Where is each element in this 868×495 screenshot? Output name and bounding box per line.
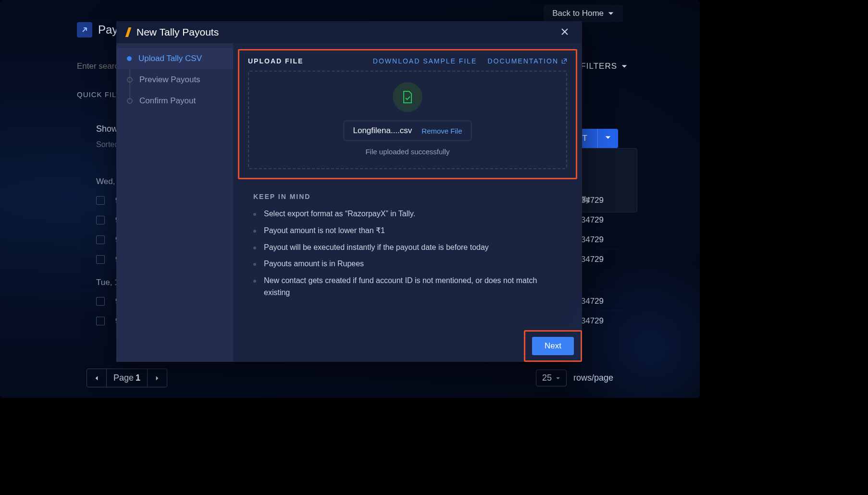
documentation-link[interactable]: DOCUMENTATION [487, 57, 567, 65]
row-checkbox[interactable] [96, 297, 105, 306]
row-checkbox[interactable] [96, 216, 105, 224]
keep-in-mind-list: Select export format as “RazorpayX” in T… [253, 208, 562, 299]
upload-panel-top: UPLOAD FILE DOWNLOAD SAMPLE FILE DOCUMEN… [248, 57, 567, 65]
brand-slash-icon [125, 27, 131, 37]
uploaded-filename: Longfilena....csv [353, 126, 412, 136]
pager-page-label: Page [113, 373, 134, 383]
payout-button-caret[interactable] [597, 129, 618, 148]
kim-item: New contact gets created if fund account… [253, 275, 562, 299]
pager-segment: Page 1 [87, 369, 167, 387]
step-preview-payouts[interactable]: Preview Payouts [116, 69, 233, 90]
documentation-label: DOCUMENTATION [487, 57, 558, 65]
uploaded-file-pill: Longfilena....csv Remove File [344, 121, 471, 141]
step-dot-icon [127, 56, 132, 61]
tab-payouts-icon [77, 22, 92, 37]
pager-next[interactable] [148, 369, 167, 387]
back-to-home-label: Back to Home [552, 9, 604, 18]
results-showing: Show [96, 124, 118, 134]
topbar: Back to Home [544, 5, 623, 22]
pager-prev[interactable] [87, 369, 107, 387]
step-dot-icon [127, 77, 133, 83]
filters-button[interactable]: FILTERS [581, 62, 628, 71]
new-tally-payouts-modal: New Tally Payouts Upload Tally CSV Previ… [116, 21, 582, 362]
chevron-left-icon [94, 375, 99, 381]
row-checkbox[interactable] [96, 317, 105, 325]
modal-title: New Tally Payouts [136, 26, 219, 38]
step-label: Confirm Payout [139, 96, 196, 106]
pager-page-num: 1 [136, 373, 140, 383]
external-link-icon [561, 58, 567, 64]
download-sample-link[interactable]: DOWNLOAD SAMPLE FILE [373, 57, 477, 65]
chevron-right-icon [154, 375, 160, 381]
chevron-down-icon [605, 134, 611, 141]
app-root: Back to Home Payouts Bulk Payouts FILTER… [0, 0, 700, 398]
modal-body: Upload Tally CSV Preview Payouts Confirm… [116, 43, 582, 362]
step-upload-csv[interactable]: Upload Tally CSV [116, 48, 233, 69]
step-confirm-payout[interactable]: Confirm Payout [116, 90, 233, 111]
modal-steps-sidebar: Upload Tally CSV Preview Payouts Confirm… [116, 43, 233, 362]
modal-header: New Tally Payouts [116, 21, 582, 43]
results-sorted: Sorted [96, 140, 119, 149]
modal-main: UPLOAD FILE DOWNLOAD SAMPLE FILE DOCUMEN… [233, 43, 582, 362]
keep-in-mind: KEEP IN MIND Select export format as “Ra… [233, 179, 582, 299]
chevron-down-icon [621, 63, 628, 70]
filters-label: FILTERS [581, 62, 617, 71]
kim-item: Select export format as “RazorpayX” in T… [253, 208, 562, 220]
row-checkbox[interactable] [96, 196, 105, 205]
modal-close-button[interactable] [558, 24, 571, 40]
next-button-highlight: Next [524, 330, 582, 362]
caret-down-icon [556, 376, 560, 381]
upload-dropzone[interactable]: Longfilena....csv Remove File File uploa… [248, 71, 567, 169]
close-icon [561, 28, 569, 36]
rows-per-page: 25 rows/page [536, 370, 613, 386]
file-check-icon [402, 90, 413, 104]
rows-per-page-value: 25 [542, 373, 552, 383]
arrow-up-right-icon [81, 26, 88, 34]
upload-title: UPLOAD FILE [248, 57, 303, 65]
step-label: Preview Payouts [139, 75, 200, 85]
back-to-home-button[interactable]: Back to Home [544, 5, 623, 22]
keep-in-mind-title: KEEP IN MIND [253, 193, 562, 200]
upload-links: DOWNLOAD SAMPLE FILE DOCUMENTATION [373, 57, 567, 65]
row-checkbox[interactable] [96, 255, 105, 264]
rows-per-page-label: rows/page [573, 373, 613, 383]
step-label: Upload Tally CSV [138, 54, 202, 63]
kim-item: Payout amount is not lower than ₹1 [253, 225, 562, 237]
kim-item: Payout will be executed instantly if the… [253, 242, 562, 254]
file-success-icon [393, 82, 422, 112]
upload-panel: UPLOAD FILE DOWNLOAD SAMPLE FILE DOCUMEN… [238, 49, 577, 179]
pager-page: Page 1 [107, 369, 148, 387]
rows-per-page-select[interactable]: 25 [536, 370, 567, 386]
pager: Page 1 25 rows/page [87, 369, 613, 387]
kim-item: Payouts amount is in Rupees [253, 258, 562, 270]
remove-file-button[interactable]: Remove File [422, 127, 462, 135]
upload-success-message: File uploaded successfully [365, 148, 449, 156]
row-checkbox[interactable] [96, 235, 105, 244]
next-button[interactable]: Next [532, 337, 574, 355]
step-dot-icon [127, 98, 133, 104]
chevron-down-icon [608, 10, 614, 17]
